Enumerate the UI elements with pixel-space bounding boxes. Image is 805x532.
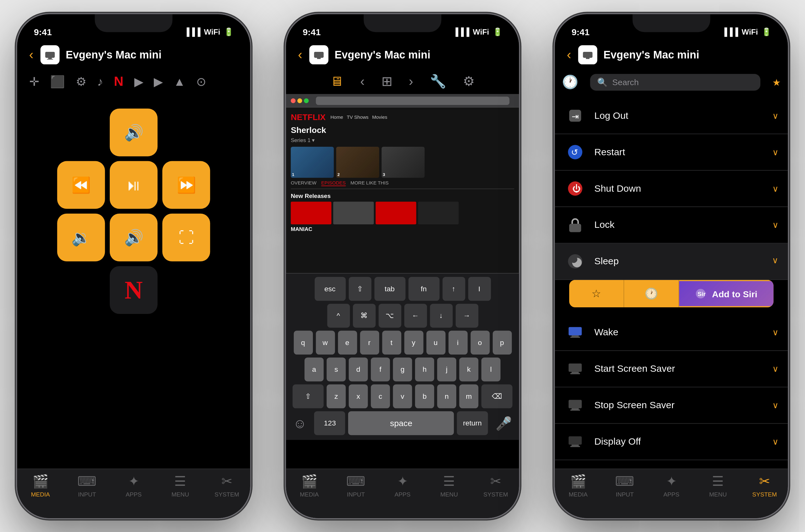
youtube-icon[interactable]: ▶ <box>154 75 163 89</box>
ctrl-key[interactable]: ^ <box>327 304 350 327</box>
nav-menu-2[interactable]: ☰ MENU <box>426 474 472 498</box>
nav-media-3[interactable]: 🎬 MEDIA <box>555 474 602 498</box>
key-a[interactable]: a <box>305 357 324 381</box>
key-b[interactable]: b <box>415 384 434 408</box>
key-k[interactable]: k <box>459 357 479 381</box>
tab-key[interactable]: tab <box>374 277 405 301</box>
search-bar[interactable]: 🔍 Search <box>590 74 760 91</box>
system-item-stop-screensaver[interactable]: Stop Screen Saver ∨ <box>555 387 788 423</box>
return-key[interactable]: return <box>457 411 488 435</box>
nav-input-2[interactable]: ⌨ INPUT <box>333 474 379 498</box>
key-z[interactable]: z <box>327 384 346 408</box>
favorites-icon[interactable]: ★ <box>772 76 781 88</box>
left-key[interactable]: ← <box>404 304 427 327</box>
key-d[interactable]: d <box>349 357 368 381</box>
i-key[interactable]: I <box>468 277 491 301</box>
num-key[interactable]: 123 <box>314 411 346 435</box>
system-item-restart[interactable]: ↺ Restart ∨ <box>555 134 788 171</box>
airplay-icon[interactable]: ⬛ <box>50 75 65 89</box>
chevron-right-icon[interactable]: › <box>409 74 413 89</box>
key-n[interactable]: n <box>437 384 456 408</box>
siri-star-button[interactable]: ☆ <box>569 280 624 307</box>
key-s[interactable]: s <box>327 357 346 381</box>
nav-apps-2[interactable]: ✦ APPS <box>379 474 426 498</box>
nav-system-2[interactable]: ✂ SYSTEM <box>472 474 519 498</box>
caps-key[interactable]: ⇧ <box>292 384 324 408</box>
system-item-start-screensaver[interactable]: Start Screen Saver ∨ <box>555 351 788 387</box>
esc-key[interactable]: esc <box>314 277 346 301</box>
add-to-siri-button[interactable]: Siri Add to Siri <box>679 281 773 306</box>
system-item-shutdown[interactable]: ⏻ Shut Down ∨ <box>555 171 788 207</box>
key-w[interactable]: w <box>316 330 335 355</box>
key-v[interactable]: v <box>393 384 412 408</box>
right-key[interactable]: → <box>455 304 478 327</box>
system-item-wake[interactable]: Wake ∨ <box>555 314 788 351</box>
system-item-lock[interactable]: Lock ∨ <box>555 207 788 243</box>
key-q[interactable]: q <box>293 330 313 355</box>
key-g[interactable]: g <box>393 357 412 381</box>
music-icon[interactable]: ♪ <box>97 75 103 89</box>
siri-clock-button[interactable]: 🕐 <box>624 280 679 307</box>
up-key[interactable]: ↑ <box>442 277 465 301</box>
delete-key[interactable]: ⌫ <box>481 384 513 408</box>
back-button-2[interactable]: ‹ <box>298 47 303 62</box>
key-f[interactable]: f <box>371 357 390 381</box>
key-u[interactable]: u <box>426 330 445 355</box>
netflix-button[interactable]: N <box>110 266 158 314</box>
upload-icon[interactable]: ▲ <box>173 75 185 89</box>
settings-icon[interactable]: ⚙ <box>76 75 87 89</box>
key-l[interactable]: l <box>481 357 500 381</box>
nav-media-2[interactable]: 🎬 MEDIA <box>286 474 333 498</box>
nav-input-1[interactable]: ⌨ INPUT <box>64 474 110 498</box>
volume-mid-button[interactable]: 🔊 <box>110 213 158 261</box>
system-item-display-off[interactable]: Display Off ∨ <box>555 423 788 460</box>
nav-menu-1[interactable]: ☰ MENU <box>157 474 203 498</box>
key-m[interactable]: m <box>459 384 479 408</box>
alt-key[interactable]: ⌥ <box>378 304 401 327</box>
shift-key[interactable]: ⇧ <box>348 277 371 301</box>
play-icon[interactable]: ▶ <box>134 75 143 89</box>
mic-key[interactable]: 🎤 <box>491 411 517 436</box>
back-button-3[interactable]: ‹ <box>567 47 571 62</box>
key-x[interactable]: x <box>349 384 368 408</box>
nav-system-3[interactable]: ✂ SYSTEM <box>741 474 788 498</box>
grid-icon[interactable]: ⊞ <box>381 74 392 89</box>
volume-down-button[interactable]: 🔉 <box>57 213 105 261</box>
nav-apps-3[interactable]: ✦ APPS <box>648 474 695 498</box>
rewind-button[interactable]: ⏪ <box>57 161 105 209</box>
cmd-key[interactable]: ⌘ <box>352 304 375 327</box>
play-pause-button[interactable]: ⏯ <box>110 161 158 209</box>
system-item-sleep[interactable]: Sleep ∧ <box>555 243 788 280</box>
gear-icon-2[interactable]: ⚙ <box>463 74 475 89</box>
wand-icon[interactable]: 🔧 <box>430 74 446 89</box>
key-t[interactable]: t <box>382 330 401 355</box>
fn-key[interactable]: fn <box>408 277 439 301</box>
fast-forward-button[interactable]: ⏩ <box>162 161 210 209</box>
display-icon[interactable]: 🖥 <box>330 74 343 89</box>
key-i[interactable]: i <box>448 330 467 355</box>
netflix-toolbar-icon[interactable]: N <box>114 74 123 89</box>
key-j[interactable]: j <box>437 357 456 381</box>
back-button-1[interactable]: ‹ <box>29 47 34 62</box>
down-key[interactable]: ↓ <box>429 304 452 327</box>
move-icon[interactable]: ✛ <box>29 75 39 89</box>
nav-apps-1[interactable]: ✦ APPS <box>110 474 157 498</box>
chevron-left-icon[interactable]: ‹ <box>360 74 364 89</box>
system-item-logout[interactable]: ⇥ Log Out ∨ <box>555 98 788 134</box>
key-r[interactable]: r <box>360 330 379 355</box>
key-y[interactable]: y <box>404 330 423 355</box>
fullscreen-button[interactable]: ⛶ <box>162 213 210 261</box>
nav-system-1[interactable]: ✂ SYSTEM <box>203 474 250 498</box>
key-e[interactable]: e <box>338 330 357 355</box>
nav-menu-3[interactable]: ☰ MENU <box>695 474 741 498</box>
key-o[interactable]: o <box>471 330 490 355</box>
emoji-key[interactable]: ☺ <box>288 411 311 436</box>
key-p[interactable]: p <box>492 330 512 355</box>
nav-input-3[interactable]: ⌨ INPUT <box>602 474 648 498</box>
volume-up-button[interactable]: 🔊 <box>110 109 158 156</box>
key-c[interactable]: c <box>371 384 390 408</box>
key-h[interactable]: h <box>415 357 434 381</box>
space-key[interactable]: space <box>348 411 454 435</box>
cast-icon[interactable]: ⊙ <box>196 75 206 89</box>
nav-media-1[interactable]: 🎬 MEDIA <box>17 474 64 498</box>
